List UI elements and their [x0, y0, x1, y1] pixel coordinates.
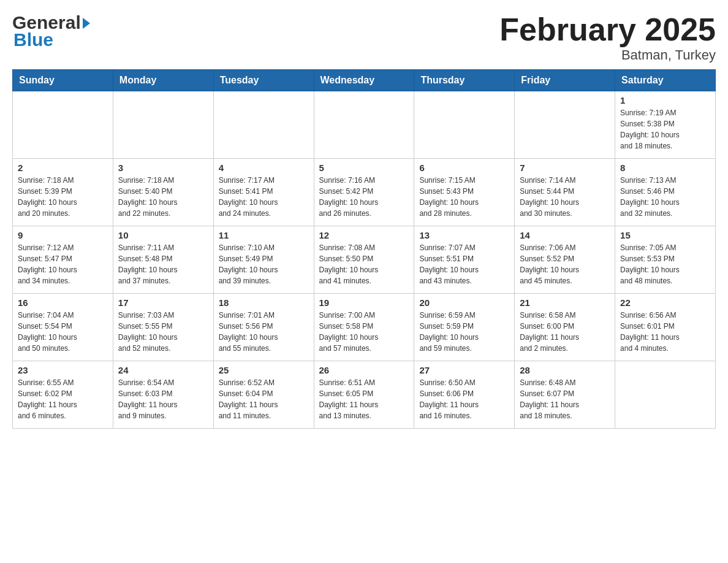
table-row: 12Sunrise: 7:08 AMSunset: 5:50 PMDayligh…	[314, 226, 414, 294]
day-number: 3	[118, 163, 208, 173]
table-row: 2Sunrise: 7:18 AMSunset: 5:39 PMDaylight…	[13, 159, 113, 226]
day-number: 19	[319, 297, 409, 308]
day-number: 18	[219, 297, 309, 308]
table-row	[13, 91, 113, 159]
calendar-title: February 2025	[499, 12, 716, 47]
page-header: General Blue February 2025 Batman, Turke…	[12, 12, 716, 63]
day-number: 28	[520, 365, 610, 375]
calendar-week-row: 2Sunrise: 7:18 AMSunset: 5:39 PMDaylight…	[13, 159, 716, 226]
table-row: 1Sunrise: 7:19 AMSunset: 5:38 PMDaylight…	[615, 91, 716, 159]
table-row: 16Sunrise: 7:04 AMSunset: 5:54 PMDayligh…	[13, 294, 113, 361]
day-number: 1	[620, 95, 710, 105]
calendar-header-row: Sunday Monday Tuesday Wednesday Thursday…	[13, 70, 716, 91]
table-row	[414, 91, 515, 159]
day-number: 11	[219, 230, 309, 240]
table-row: 23Sunrise: 6:55 AMSunset: 6:02 PMDayligh…	[13, 361, 113, 429]
day-info: Sunrise: 6:58 AMSunset: 6:00 PMDaylight:…	[520, 310, 610, 354]
calendar-table: Sunday Monday Tuesday Wednesday Thursday…	[12, 69, 716, 429]
day-info: Sunrise: 7:08 AMSunset: 5:50 PMDaylight:…	[319, 242, 409, 286]
day-info: Sunrise: 7:16 AMSunset: 5:42 PMDaylight:…	[319, 175, 409, 219]
table-row: 4Sunrise: 7:17 AMSunset: 5:41 PMDaylight…	[213, 159, 314, 226]
day-info: Sunrise: 6:52 AMSunset: 6:04 PMDaylight:…	[219, 377, 309, 421]
header-sunday: Sunday	[13, 70, 113, 91]
table-row: 7Sunrise: 7:14 AMSunset: 5:44 PMDaylight…	[515, 159, 615, 226]
day-number: 12	[319, 230, 409, 240]
table-row: 18Sunrise: 7:01 AMSunset: 5:56 PMDayligh…	[213, 294, 314, 361]
header-thursday: Thursday	[414, 70, 515, 91]
day-info: Sunrise: 7:15 AMSunset: 5:43 PMDaylight:…	[419, 175, 509, 219]
day-number: 22	[620, 297, 710, 308]
day-number: 8	[620, 163, 710, 173]
logo-arrow-icon	[83, 18, 90, 29]
calendar-week-row: 1Sunrise: 7:19 AMSunset: 5:38 PMDaylight…	[13, 91, 716, 159]
table-row: 8Sunrise: 7:13 AMSunset: 5:46 PMDaylight…	[615, 159, 716, 226]
day-info: Sunrise: 7:03 AMSunset: 5:55 PMDaylight:…	[118, 310, 208, 354]
calendar-week-row: 16Sunrise: 7:04 AMSunset: 5:54 PMDayligh…	[13, 294, 716, 361]
day-number: 21	[520, 297, 610, 308]
day-number: 23	[18, 365, 108, 375]
day-info: Sunrise: 7:01 AMSunset: 5:56 PMDaylight:…	[219, 310, 309, 354]
day-info: Sunrise: 7:17 AMSunset: 5:41 PMDaylight:…	[219, 175, 309, 219]
day-info: Sunrise: 6:50 AMSunset: 6:06 PMDaylight:…	[419, 377, 509, 421]
day-number: 24	[118, 365, 208, 375]
table-row: 15Sunrise: 7:05 AMSunset: 5:53 PMDayligh…	[615, 226, 716, 294]
title-block: February 2025 Batman, Turkey	[499, 12, 716, 63]
table-row	[515, 91, 615, 159]
day-info: Sunrise: 7:06 AMSunset: 5:52 PMDaylight:…	[520, 242, 610, 286]
calendar-week-row: 23Sunrise: 6:55 AMSunset: 6:02 PMDayligh…	[13, 361, 716, 429]
table-row	[213, 91, 314, 159]
table-row: 24Sunrise: 6:54 AMSunset: 6:03 PMDayligh…	[113, 361, 213, 429]
day-number: 27	[419, 365, 509, 375]
day-number: 4	[219, 163, 309, 173]
logo-blue-text: Blue	[12, 29, 90, 50]
day-info: Sunrise: 7:12 AMSunset: 5:47 PMDaylight:…	[18, 242, 108, 286]
day-info: Sunrise: 6:51 AMSunset: 6:05 PMDaylight:…	[319, 377, 409, 421]
table-row: 3Sunrise: 7:18 AMSunset: 5:40 PMDaylight…	[113, 159, 213, 226]
table-row: 11Sunrise: 7:10 AMSunset: 5:49 PMDayligh…	[213, 226, 314, 294]
day-info: Sunrise: 6:59 AMSunset: 5:59 PMDaylight:…	[419, 310, 509, 354]
table-row: 25Sunrise: 6:52 AMSunset: 6:04 PMDayligh…	[213, 361, 314, 429]
calendar-week-row: 9Sunrise: 7:12 AMSunset: 5:47 PMDaylight…	[13, 226, 716, 294]
table-row: 10Sunrise: 7:11 AMSunset: 5:48 PMDayligh…	[113, 226, 213, 294]
day-info: Sunrise: 6:54 AMSunset: 6:03 PMDaylight:…	[118, 377, 208, 421]
day-number: 15	[620, 230, 710, 240]
table-row: 27Sunrise: 6:50 AMSunset: 6:06 PMDayligh…	[414, 361, 515, 429]
table-row: 19Sunrise: 7:00 AMSunset: 5:58 PMDayligh…	[314, 294, 414, 361]
header-tuesday: Tuesday	[213, 70, 314, 91]
day-number: 9	[18, 230, 108, 240]
day-number: 13	[419, 230, 509, 240]
table-row: 26Sunrise: 6:51 AMSunset: 6:05 PMDayligh…	[314, 361, 414, 429]
day-info: Sunrise: 7:14 AMSunset: 5:44 PMDaylight:…	[520, 175, 610, 219]
table-row: 14Sunrise: 7:06 AMSunset: 5:52 PMDayligh…	[515, 226, 615, 294]
day-info: Sunrise: 7:00 AMSunset: 5:58 PMDaylight:…	[319, 310, 409, 354]
day-info: Sunrise: 7:18 AMSunset: 5:39 PMDaylight:…	[18, 175, 108, 219]
day-number: 14	[520, 230, 610, 240]
day-number: 17	[118, 297, 208, 308]
table-row: 13Sunrise: 7:07 AMSunset: 5:51 PMDayligh…	[414, 226, 515, 294]
day-info: Sunrise: 7:13 AMSunset: 5:46 PMDaylight:…	[620, 175, 710, 219]
day-number: 16	[18, 297, 108, 308]
header-saturday: Saturday	[615, 70, 716, 91]
day-number: 5	[319, 163, 409, 173]
day-number: 6	[419, 163, 509, 173]
day-info: Sunrise: 6:56 AMSunset: 6:01 PMDaylight:…	[620, 310, 710, 354]
day-number: 20	[419, 297, 509, 308]
day-info: Sunrise: 7:18 AMSunset: 5:40 PMDaylight:…	[118, 175, 208, 219]
table-row: 22Sunrise: 6:56 AMSunset: 6:01 PMDayligh…	[615, 294, 716, 361]
table-row: 21Sunrise: 6:58 AMSunset: 6:00 PMDayligh…	[515, 294, 615, 361]
day-number: 2	[18, 163, 108, 173]
logo: General Blue	[12, 12, 90, 50]
day-info: Sunrise: 7:07 AMSunset: 5:51 PMDaylight:…	[419, 242, 509, 286]
day-info: Sunrise: 7:04 AMSunset: 5:54 PMDaylight:…	[18, 310, 108, 354]
day-info: Sunrise: 7:11 AMSunset: 5:48 PMDaylight:…	[118, 242, 208, 286]
day-number: 26	[319, 365, 409, 375]
table-row	[615, 361, 716, 429]
day-info: Sunrise: 6:55 AMSunset: 6:02 PMDaylight:…	[18, 377, 108, 421]
table-row	[314, 91, 414, 159]
day-info: Sunrise: 7:19 AMSunset: 5:38 PMDaylight:…	[620, 107, 710, 151]
table-row: 6Sunrise: 7:15 AMSunset: 5:43 PMDaylight…	[414, 159, 515, 226]
header-friday: Friday	[515, 70, 615, 91]
calendar-subtitle: Batman, Turkey	[499, 47, 716, 63]
header-wednesday: Wednesday	[314, 70, 414, 91]
table-row: 20Sunrise: 6:59 AMSunset: 5:59 PMDayligh…	[414, 294, 515, 361]
